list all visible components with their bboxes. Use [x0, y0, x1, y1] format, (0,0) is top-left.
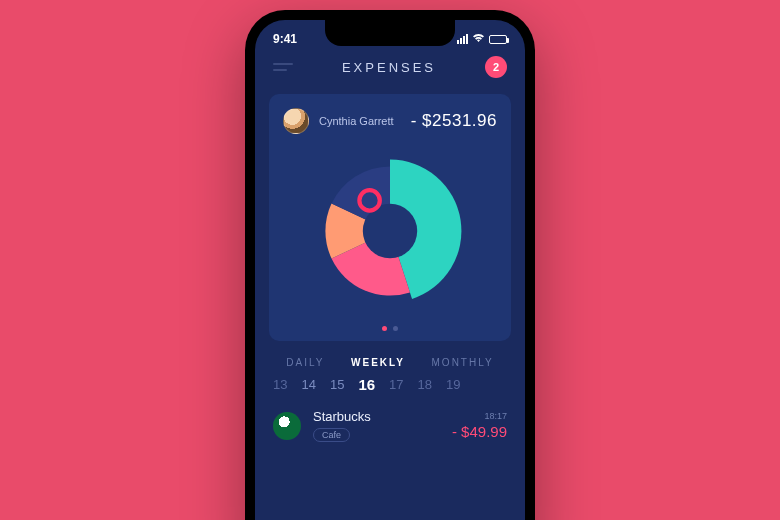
pager-dots[interactable]	[283, 322, 497, 331]
transaction-amount: - $49.99	[452, 423, 507, 440]
screen: 9:41 EXPENSES 2 Cynthia Garrett - $2531.…	[255, 20, 525, 520]
period-tab-daily[interactable]: DAILY	[286, 357, 324, 368]
date-item[interactable]: 17	[389, 377, 403, 392]
date-item[interactable]: 15	[330, 377, 344, 392]
summary-card: Cynthia Garrett - $2531.96	[269, 94, 511, 341]
notification-badge[interactable]: 2	[485, 56, 507, 78]
total-amount: - $2531.96	[411, 111, 497, 131]
period-tabs: DAILYWEEKLYMONTHLY	[255, 349, 525, 374]
status-time: 9:41	[273, 32, 297, 46]
notch	[325, 20, 455, 46]
category-tag: Cafe	[313, 428, 350, 442]
phone-frame: 9:41 EXPENSES 2 Cynthia Garrett - $2531.…	[245, 10, 535, 520]
wifi-icon	[472, 33, 485, 45]
date-strip: 13141516171819	[255, 374, 525, 403]
status-right	[457, 33, 507, 45]
merchant-icon	[273, 412, 301, 440]
transaction-row[interactable]: Starbucks Cafe 18:17 - $49.99	[255, 403, 525, 456]
period-tab-monthly[interactable]: MONTHLY	[432, 357, 494, 368]
pager-dot[interactable]	[382, 326, 387, 331]
pager-dot[interactable]	[393, 326, 398, 331]
user-name: Cynthia Garrett	[319, 115, 394, 127]
date-item[interactable]: 16	[358, 376, 375, 393]
date-item[interactable]: 18	[418, 377, 432, 392]
avatar[interactable]	[283, 108, 309, 134]
merchant-name: Starbucks	[313, 409, 371, 424]
transaction-time: 18:17	[452, 411, 507, 421]
battery-icon	[489, 35, 507, 44]
page-title: EXPENSES	[342, 60, 436, 75]
date-item[interactable]: 19	[446, 377, 460, 392]
user-row: Cynthia Garrett - $2531.96	[283, 108, 497, 134]
app-header: EXPENSES 2	[255, 50, 525, 88]
donut-chart[interactable]	[283, 134, 497, 322]
date-item[interactable]: 13	[273, 377, 287, 392]
signal-icon	[457, 34, 468, 44]
menu-icon[interactable]	[273, 63, 293, 71]
date-item[interactable]: 14	[301, 377, 315, 392]
period-tab-weekly[interactable]: WEEKLY	[351, 357, 405, 368]
